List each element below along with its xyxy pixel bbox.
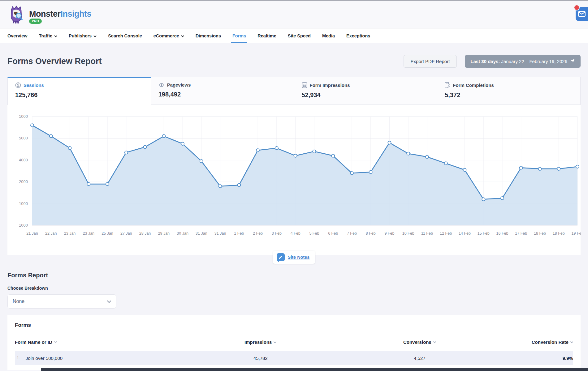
notifications-button[interactable]	[576, 7, 588, 21]
column-impressions[interactable]: Impressions	[182, 339, 339, 345]
nav-item-traffic[interactable]: Traffic	[39, 28, 58, 43]
table-row[interactable]: 1.Join over 500,000 45,782 4,527 9.9%	[15, 351, 573, 365]
nav-item-dimensions[interactable]: Dimensions	[196, 28, 221, 43]
cursor-arrow-icon	[570, 59, 575, 64]
stat-label: Pageviews	[167, 82, 191, 87]
nav-label: Dimensions	[196, 33, 221, 38]
forms-table-panel: Forms Form Name or ID Impressions Conver…	[7, 315, 581, 370]
svg-text:12 Feb: 12 Feb	[440, 231, 452, 236]
breakdown-select[interactable]: None	[7, 294, 116, 309]
svg-text:4000: 4000	[19, 158, 28, 162]
forms-table-title: Forms	[15, 322, 573, 328]
pro-badge: PRO	[29, 19, 42, 24]
svg-text:14 Feb: 14 Feb	[459, 231, 471, 236]
row-index: 1.	[17, 356, 20, 361]
svg-text:1000: 1000	[19, 223, 28, 228]
stat-value: 125,766	[15, 92, 143, 99]
nav-label: Exceptions	[346, 33, 370, 38]
nav-item-ecommerce[interactable]: eCommerce	[153, 28, 184, 43]
chevron-down-icon	[54, 33, 57, 38]
svg-text:1000: 1000	[19, 114, 28, 119]
column-label: Form Name or ID	[15, 339, 52, 345]
column-conversion-rate[interactable]: Conversion Rate	[500, 339, 573, 345]
bottom-bar	[41, 368, 588, 371]
svg-text:1 Feb: 1 Feb	[234, 231, 244, 236]
nav-label: eCommerce	[153, 33, 179, 38]
svg-text:18 Feb: 18 Feb	[553, 231, 565, 236]
site-notes-button[interactable]: Site Notes	[273, 251, 315, 264]
form-name: Join over 500,000	[26, 356, 63, 361]
date-range-button[interactable]: Last 30 days: January 22 – February 19, …	[465, 55, 581, 68]
brand-name-secondary: Insights	[61, 9, 92, 19]
svg-text:15 Feb: 15 Feb	[478, 231, 490, 236]
sort-caret-icon	[570, 341, 573, 343]
forms-table-header: Form Name or ID Impressions Conversions …	[15, 337, 573, 347]
main-content: Forms Overview Report Export PDF Report …	[0, 55, 588, 370]
nav-item-media[interactable]: Media	[322, 28, 335, 43]
column-form-name[interactable]: Form Name or ID	[15, 339, 182, 345]
page-title: Forms Overview Report	[7, 57, 102, 66]
nav-item-site-speed[interactable]: Site Speed	[288, 28, 311, 43]
svg-text:29 Jan: 29 Jan	[158, 231, 170, 236]
svg-text:23 Jan: 23 Jan	[83, 231, 95, 236]
nav-item-publishers[interactable]: Publishers	[69, 28, 97, 43]
svg-text:2 Feb: 2 Feb	[253, 231, 263, 236]
stat-card-pageviews[interactable]: Pageviews 198,492	[151, 77, 294, 105]
svg-text:5000: 5000	[19, 136, 28, 140]
date-range-label: Last 30 days: January 22 – February 19, …	[470, 59, 567, 64]
brand-logo: MonsterInsights	[7, 5, 91, 25]
stat-value: 5,372	[445, 92, 573, 99]
svg-text:10 Feb: 10 Feb	[402, 231, 414, 236]
nav-label: Publishers	[69, 33, 92, 38]
app-header: MonsterInsights PRO	[0, 1, 588, 28]
svg-text:31 Jan: 31 Jan	[196, 231, 207, 236]
stat-card-form-completions[interactable]: Form Completions 5,372	[437, 77, 581, 105]
breakdown-selected-value: None	[13, 299, 24, 304]
chevron-down-icon	[93, 33, 97, 38]
conversion-rate-value: 9.9%	[500, 356, 573, 361]
user-circle-icon	[15, 82, 21, 88]
nav-item-exceptions[interactable]: Exceptions	[346, 28, 370, 43]
nav-label: Traffic	[39, 33, 53, 38]
stat-card-form-impressions[interactable]: Form Impressions 52,934	[294, 77, 438, 105]
svg-text:22 Jan: 22 Jan	[45, 231, 57, 236]
svg-text:31 Jan: 31 Jan	[214, 231, 226, 236]
primary-nav: Overview Traffic Publishers Search Conso…	[0, 28, 588, 43]
brand-name-primary: Monster	[29, 9, 61, 19]
stat-value: 52,934	[302, 92, 430, 99]
nav-label: Media	[322, 33, 335, 38]
svg-text:16 Feb: 16 Feb	[496, 231, 508, 236]
svg-text:25 Jan: 25 Jan	[102, 231, 113, 236]
forms-report-heading: Forms Report	[7, 272, 581, 279]
conversions-value: 4,527	[339, 356, 500, 361]
column-label: Impressions	[244, 339, 272, 345]
choose-breakdown-label: Choose Breakdown	[7, 286, 581, 291]
column-conversions[interactable]: Conversions	[339, 339, 500, 345]
svg-text:30 Jan: 30 Jan	[177, 231, 188, 236]
stat-value: 198,492	[158, 91, 287, 98]
svg-text:17 Feb: 17 Feb	[515, 231, 527, 236]
stat-card-sessions[interactable]: Sessions 125,766	[7, 77, 151, 105]
nav-item-forms[interactable]: Forms	[232, 28, 246, 43]
svg-text:4 Feb: 4 Feb	[291, 231, 300, 236]
date-range-rest: January 22 – February 19, 2026	[500, 59, 567, 64]
sessions-line-chart: 10005000400020001000100021 Jan22 Jan23 J…	[7, 113, 581, 240]
stat-cards: Sessions 125,766 Pageviews 198,492 Form …	[7, 77, 581, 105]
nav-item-overview[interactable]: Overview	[7, 28, 28, 43]
nav-label: Forms	[232, 33, 246, 38]
form-list-icon	[302, 82, 307, 88]
svg-text:18 Feb: 18 Feb	[534, 231, 546, 236]
column-label: Conversion Rate	[532, 339, 569, 345]
nav-item-search-console[interactable]: Search Console	[108, 28, 142, 43]
nav-item-realtime[interactable]: Realtime	[257, 28, 276, 43]
stat-label: Sessions	[24, 83, 44, 88]
envelope-icon	[578, 11, 586, 18]
eye-icon	[158, 83, 165, 87]
site-notes-label: Site Notes	[288, 255, 310, 260]
sort-caret-icon	[54, 341, 57, 343]
svg-text:5 Feb: 5 Feb	[309, 231, 319, 236]
svg-text:27 Jan: 27 Jan	[120, 231, 132, 236]
sort-caret-icon	[433, 341, 436, 343]
svg-text:21 Jan: 21 Jan	[26, 231, 38, 236]
export-pdf-button[interactable]: Export PDF Report	[404, 55, 457, 68]
